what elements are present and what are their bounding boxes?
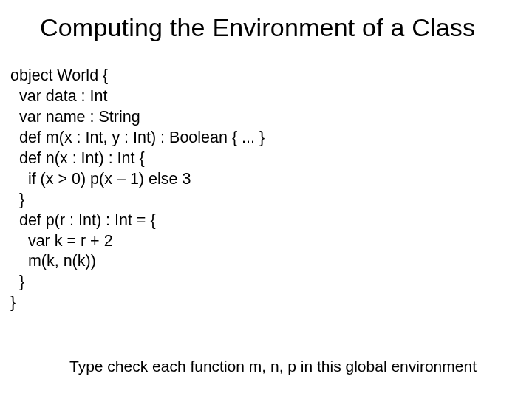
code-line: if (x > 0) p(x – 1) else 3 xyxy=(10,170,191,188)
code-line: m(k, n(k)) xyxy=(10,252,96,270)
code-line: } xyxy=(10,273,24,290)
slide-title: Computing the Environment of a Class xyxy=(0,0,532,42)
code-line: def n(x : Int) : Int { xyxy=(10,149,145,167)
slide: Computing the Environment of a Class obj… xyxy=(0,0,532,399)
code-line: var name : String xyxy=(10,108,140,126)
code-line: } xyxy=(10,191,24,208)
footer-note: Type check each function m, n, p in this… xyxy=(69,358,477,375)
code-line: } xyxy=(10,293,16,311)
code-line: def p(r : Int) : Int = { xyxy=(10,211,156,229)
code-line: def m(x : Int, y : Int) : Boolean { ... … xyxy=(10,129,265,146)
code-line: object World { xyxy=(10,66,108,84)
code-line: var k = r + 2 xyxy=(10,232,113,250)
code-block: object World { var data : Int var name :… xyxy=(0,42,532,313)
code-line: var data : Int xyxy=(10,87,107,105)
